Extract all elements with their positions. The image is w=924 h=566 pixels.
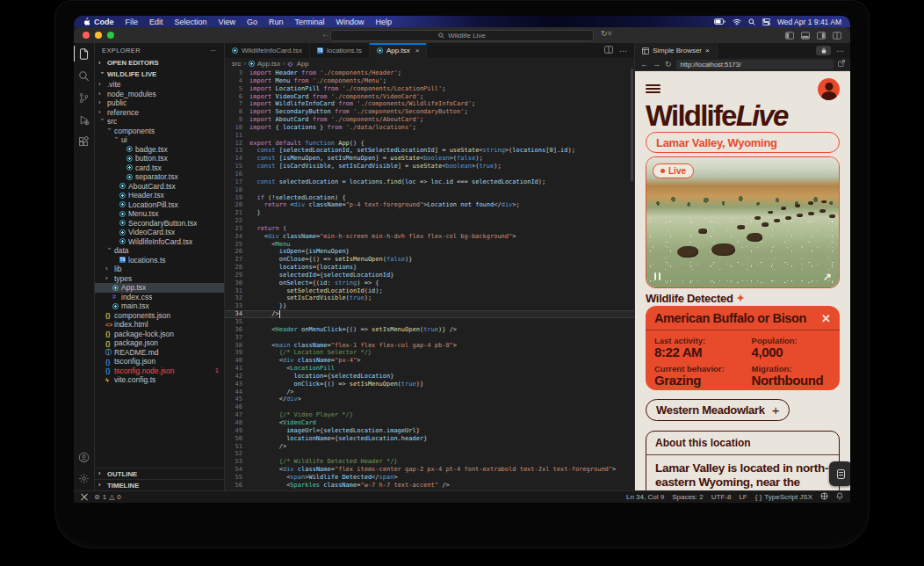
tree-item[interactable]: WildlifeInfoCard.tsx <box>95 237 224 247</box>
battery-icon[interactable] <box>714 18 725 25</box>
menu-bar-clock[interactable]: Wed Apr 1 9:41 AM <box>777 18 841 26</box>
tree-item[interactable]: button.tsx <box>95 154 224 163</box>
tree-item[interactable]: badge.tsx <box>95 145 224 155</box>
tree-item[interactable]: SecondaryButton.tsx <box>95 219 224 229</box>
expand-icon[interactable]: ↗ <box>823 271 832 283</box>
status-spaces[interactable]: Spaces: 2 <box>672 493 704 501</box>
tab-locations-ts[interactable]: TSlocations.ts <box>310 43 370 58</box>
tree-item[interactable]: ›public <box>95 98 224 108</box>
tree-item[interactable]: AboutCard.tsx <box>95 182 224 192</box>
code-editor[interactable]: 3456789101112131415161718192021222324252… <box>225 69 634 490</box>
tree-item[interactable]: ⓘREADME.md <box>95 348 224 358</box>
minimize-window-button[interactable] <box>95 32 102 39</box>
status-lf[interactable]: LF <box>739 493 747 501</box>
tree-item[interactable]: {}tsconfig.json <box>95 357 224 366</box>
command-center-search[interactable]: Wildlife Live <box>330 30 594 41</box>
wifi-icon[interactable] <box>733 18 741 25</box>
url-input[interactable]: http://localhost:5173/ <box>676 60 834 69</box>
spotlight-icon[interactable] <box>748 18 755 25</box>
tab-wildlifeinfocard-tsx[interactable]: WildlifeInfoCard.tsx <box>225 43 310 58</box>
browser-more-icon[interactable]: ⋯ <box>836 47 844 55</box>
tree-item[interactable]: ›node_modules <box>95 90 224 99</box>
notifications-bell-icon[interactable] <box>836 492 843 502</box>
browser-back-icon[interactable]: ← <box>640 61 648 69</box>
tree-item[interactable]: ›reference <box>95 108 224 118</box>
account-icon[interactable] <box>74 450 95 464</box>
tree-item[interactable]: <>index.html <box>95 320 224 330</box>
customize-layout-icon[interactable] <box>833 32 841 40</box>
browser-forward-icon[interactable]: → <box>653 61 661 69</box>
menu-file[interactable]: File <box>126 18 139 26</box>
live-video-card[interactable]: Live ↗ <box>646 156 840 288</box>
status-utf8[interactable]: UTF-8 <box>711 493 732 501</box>
close-tab-icon[interactable]: × <box>705 47 710 54</box>
tree-item[interactable]: ϟvite.config.ts <box>95 375 224 385</box>
tab-simple-browser[interactable]: Simple Browser × <box>635 43 718 58</box>
tree-item[interactable]: separator.tsx <box>95 172 224 182</box>
tree-item[interactable]: ›.vite <box>95 80 224 90</box>
tree-item[interactable]: VideoCard.tsx <box>95 228 224 237</box>
tree-item[interactable]: #index.css <box>95 293 224 302</box>
problems-indicator[interactable]: ⊘1 △0 <box>94 493 121 501</box>
tree-item[interactable]: ›types <box>95 274 224 284</box>
menu-help[interactable]: Help <box>375 18 392 26</box>
menu-window[interactable]: Window <box>336 18 364 26</box>
tree-item[interactable]: ›ui <box>95 135 224 145</box>
toggle-panel-icon[interactable] <box>801 32 810 40</box>
pause-button[interactable] <box>654 272 661 280</box>
zoom-window-button[interactable] <box>107 32 114 39</box>
secondary-species-button[interactable]: Western Meadowlark+ <box>646 399 790 421</box>
avatar[interactable] <box>818 78 840 100</box>
formatter-icon[interactable] <box>820 492 828 502</box>
hamburger-menu-icon[interactable] <box>646 84 661 94</box>
menu-edit[interactable]: Edit <box>149 18 163 26</box>
apple-menu[interactable] <box>83 18 90 26</box>
tree-item[interactable]: {}package.json <box>95 338 224 348</box>
tree-item[interactable]: ›components <box>95 127 224 136</box>
split-editor-icon[interactable] <box>604 46 613 55</box>
run-debug-icon[interactable] <box>74 112 95 127</box>
language-mode[interactable]: { } TypeScript JSX <box>755 493 812 501</box>
menu-code[interactable]: Code <box>94 18 114 26</box>
search-sidebar-icon[interactable] <box>74 69 95 83</box>
menu-run[interactable]: Run <box>269 18 284 26</box>
source-control-icon[interactable] <box>74 91 95 105</box>
tree-item[interactable]: {}components.json <box>95 311 224 321</box>
menu-terminal[interactable]: Terminal <box>294 18 324 26</box>
breadcrumb-item[interactable]: App.tsx <box>257 60 280 68</box>
tree-item[interactable]: LocationPill.tsx <box>95 200 224 210</box>
tree-item[interactable]: {}tsconfig.node.json1 <box>95 366 224 376</box>
tree-item[interactable]: Header.tsx <box>95 191 224 200</box>
tree-item[interactable]: Menu.tsx <box>95 209 224 219</box>
tree-item[interactable]: card.tsx <box>95 163 224 173</box>
breadcrumb-item[interactable]: src <box>232 60 241 68</box>
open-editors-section[interactable]: › OPEN EDITORS <box>95 57 224 69</box>
close-tab-icon[interactable]: × <box>415 47 420 54</box>
tree-item[interactable]: main.tsx <box>95 301 224 311</box>
remote-indicator-icon[interactable] <box>81 494 88 501</box>
outline-section[interactable]: › OUTLINE <box>95 468 224 479</box>
toggle-sidebar-icon[interactable] <box>785 32 794 40</box>
toggle-secondary-sidebar-icon[interactable] <box>817 32 826 40</box>
open-external-icon[interactable] <box>838 60 845 69</box>
control-center-icon[interactable] <box>762 18 770 25</box>
status-ln[interactable]: Ln 34, Col 9 <box>626 493 664 501</box>
close-window-button[interactable] <box>83 32 90 39</box>
breadcrumb-item[interactable]: App <box>297 60 309 68</box>
tree-item[interactable]: ›lib <box>95 265 224 274</box>
tree-item[interactable]: ›src <box>95 117 224 127</box>
tree-item[interactable]: TSlocations.ts <box>95 256 224 265</box>
tree-item[interactable]: App.tsx <box>95 283 224 293</box>
timeline-section[interactable]: › TIMELINE <box>95 479 224 490</box>
refresh-layout-icon[interactable]: ↻˅ <box>601 29 612 38</box>
extensions-icon[interactable] <box>74 134 95 149</box>
menu-go[interactable]: Go <box>247 18 257 26</box>
menu-selection[interactable]: Selection <box>175 18 207 26</box>
location-pill[interactable]: Lamar Valley, Wyoming <box>646 132 840 153</box>
editor-scrollbar[interactable] <box>631 69 633 181</box>
close-card-icon[interactable]: ✕ <box>821 313 831 324</box>
editor-more-icon[interactable]: ⋯ <box>619 47 627 55</box>
explorer-icon[interactable] <box>74 47 95 61</box>
settings-gear-icon[interactable] <box>74 471 95 485</box>
floating-toolbar-button[interactable] <box>829 461 850 486</box>
